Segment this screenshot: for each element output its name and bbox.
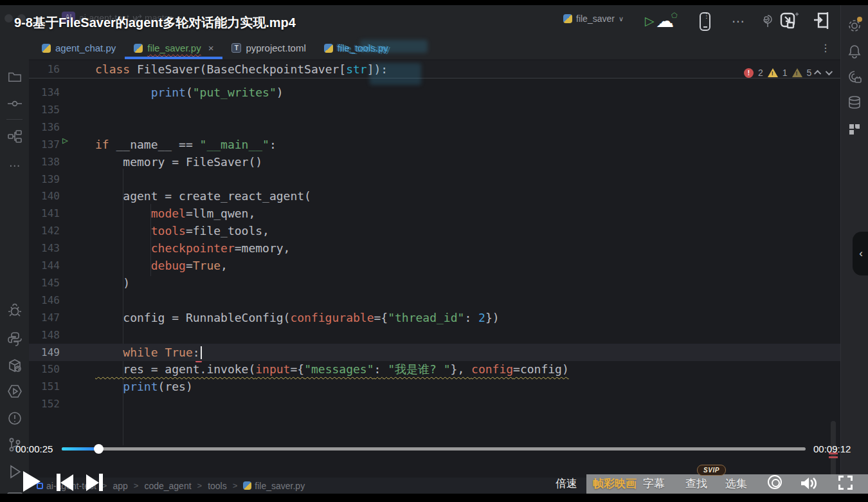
code-line-142[interactable]: 142 tools=file_tools,: [29, 222, 840, 239]
run-line-icon[interactable]: ▷: [62, 136, 71, 145]
line-number: 144: [29, 257, 60, 274]
progress-bar[interactable]: [62, 447, 806, 451]
line-number: 135: [29, 101, 60, 118]
code-line-138[interactable]: 138 memory = FileSaver(): [29, 153, 840, 171]
tab-label: agent_chat.py: [55, 42, 116, 53]
progress-knob[interactable]: [94, 444, 104, 454]
tab-pyproject.toml[interactable]: Tpyproject.toml: [222, 37, 314, 59]
code-line-136[interactable]: 136: [29, 118, 840, 136]
weak-warning-count: 5: [807, 68, 812, 78]
code-line-140[interactable]: 140 agent = create_react_agent(: [29, 187, 840, 205]
python-packages-icon[interactable]: [0, 358, 29, 375]
more-toolwindows-icon[interactable]: ⋯: [0, 159, 29, 172]
line-number: 146: [29, 292, 60, 309]
weak-warning-count-icon: !: [792, 68, 802, 77]
code-line-151[interactable]: 151 print(res): [29, 378, 840, 395]
volume-icon[interactable]: [800, 476, 819, 494]
project-folder-icon[interactable]: [0, 70, 29, 86]
python-console-icon[interactable]: [0, 331, 29, 349]
scrollbar-error-mark: [829, 456, 838, 458]
subtitles-button[interactable]: 字幕: [643, 476, 665, 491]
fullscreen-icon[interactable]: [838, 476, 853, 490]
side-panel-collapse-handle[interactable]: ‹: [853, 232, 868, 275]
code-line-144[interactable]: 144 debug=True,: [29, 257, 840, 274]
toml-icon: T: [231, 43, 241, 53]
notifications-bell-icon[interactable]: [840, 44, 868, 62]
video-player: AI ai-agent-test ∨ ⎇ master file_saver ∨…: [0, 0, 868, 502]
warning-count-icon: !: [768, 68, 778, 77]
tab-agent_chat.py[interactable]: agent_chat.py: [33, 37, 125, 59]
debug-icon[interactable]: [0, 303, 29, 320]
breadcrumb-item-code_agent[interactable]: code_agent: [144, 481, 191, 491]
previous-episode-button[interactable]: [57, 474, 73, 491]
rail-divider: [6, 119, 23, 120]
commit-icon[interactable]: [0, 98, 29, 111]
code-line-147[interactable]: 147 config = RunnableConfig(configurable…: [29, 309, 840, 326]
more-actions-icon[interactable]: ⋯: [732, 14, 745, 29]
breadcrumb-item-tools[interactable]: tools: [208, 481, 227, 491]
ai-assistant-icon[interactable]: [840, 70, 868, 88]
watermark: [370, 63, 421, 85]
code-line-141[interactable]: 141 model=llm_qwen,: [29, 205, 840, 222]
database-icon[interactable]: [840, 95, 868, 113]
code-line-146[interactable]: 146: [29, 292, 840, 309]
episodes-button[interactable]: 选集: [725, 476, 747, 491]
record-target-icon[interactable]: [768, 475, 782, 489]
services-icon[interactable]: [0, 384, 29, 401]
previous-problem-icon[interactable]: [814, 70, 821, 77]
breadcrumb-item-app[interactable]: app: [113, 481, 127, 491]
tab-label: file_saver.py: [147, 42, 201, 53]
code-line-137[interactable]: 137▷if __name__ == "__main__":: [29, 136, 840, 153]
close-icon[interactable]: ×: [208, 42, 214, 53]
tab-options-kebab-icon[interactable]: ⋮: [820, 42, 831, 54]
settings-gear-icon[interactable]: [840, 18, 868, 36]
notification-dot: [857, 17, 862, 22]
error-count: 2: [758, 68, 763, 78]
code-editor[interactable]: 16 class FileSaver(BaseCheckpointSaver[s…: [29, 59, 840, 478]
letterbox-bottom: [0, 494, 868, 502]
letterbox-top: [0, 0, 868, 5]
code-line-135[interactable]: 135: [29, 101, 840, 118]
video-title: 9-8基于FileSaver的agent多轮对话能力实现.mp4: [14, 14, 296, 32]
window-control-dot[interactable]: [5, 14, 13, 23]
breadcrumb-separator: >: [197, 481, 203, 490]
line-number: 16: [29, 60, 60, 79]
breadcrumb-item-file_saver.py[interactable]: file_saver.py: [243, 481, 305, 491]
plugins-icon[interactable]: [840, 122, 868, 139]
problems-icon[interactable]: [0, 411, 29, 428]
python-icon: [243, 481, 251, 490]
code-line-145[interactable]: 145 ): [29, 274, 840, 292]
run-button[interactable]: ▷: [645, 14, 655, 28]
code-line-150[interactable]: 150 res = agent.invoke(input={"messages"…: [29, 360, 840, 378]
structure-icon[interactable]: [0, 129, 29, 146]
device-manager-icon[interactable]: [700, 12, 710, 31]
code-line-134[interactable]: 134 print("put_writes"): [29, 84, 840, 101]
code-line-149[interactable]: 149 while True:: [29, 344, 840, 361]
find-button[interactable]: 查找: [685, 476, 707, 491]
run-configuration-selector[interactable]: file_saver ∨: [563, 14, 624, 24]
spiral-icon[interactable]: [761, 13, 775, 31]
problems-widget[interactable]: !2 !1 !5: [744, 68, 831, 78]
line-number: 152: [29, 395, 60, 413]
code-line-152[interactable]: 152: [29, 395, 840, 413]
playback-speed-button[interactable]: 倍速: [556, 476, 577, 491]
code-line-148[interactable]: 148: [29, 326, 840, 344]
code-line-143[interactable]: 143 checkpointer=memory,: [29, 239, 840, 257]
sticky-class-header[interactable]: 16 class FileSaver(BaseCheckpointSaver[s…: [29, 60, 840, 79]
play-button[interactable]: [23, 471, 41, 492]
tab-file_saver.py[interactable]: file_saver.py×: [125, 37, 222, 59]
text-cursor: [201, 346, 202, 359]
screen-share-icon[interactable]: [779, 12, 800, 32]
next-episode-button[interactable]: [86, 474, 103, 491]
exit-door-icon[interactable]: [812, 11, 831, 33]
line-number: 147: [29, 309, 60, 326]
code-line-139[interactable]: 139: [29, 171, 840, 188]
enhance-mode-button[interactable]: 帧彩映画: [593, 476, 637, 491]
breadcrumb-separator: >: [233, 481, 238, 490]
total-time: 00:09:12: [813, 443, 851, 454]
python-icon: [563, 14, 572, 23]
line-number: 151: [29, 378, 60, 395]
error-count-icon: !: [744, 68, 754, 78]
line-number: 148: [29, 326, 60, 344]
breadcrumb-separator: >: [134, 481, 139, 490]
